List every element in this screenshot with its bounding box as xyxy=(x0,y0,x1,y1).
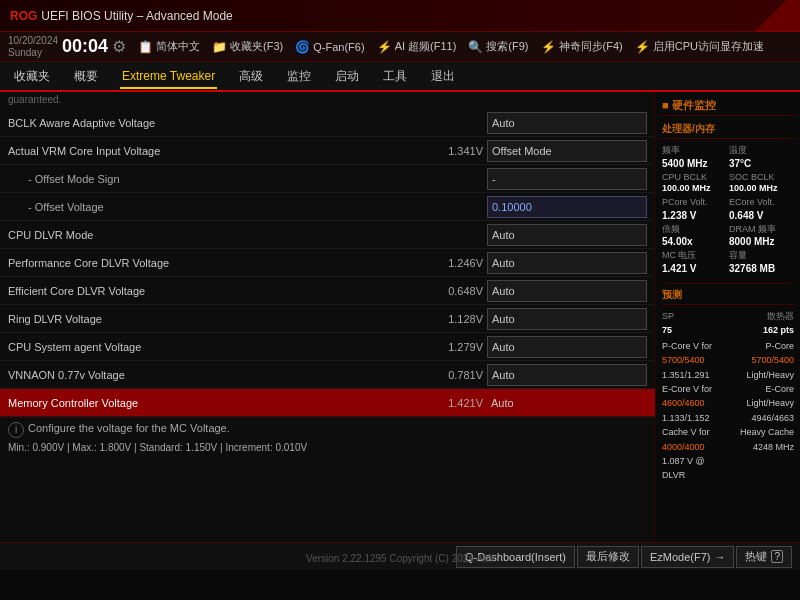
guaranteed-row: guaranteed. xyxy=(0,92,655,109)
setting-vnnaon: VNNAON 0.77v Voltage 0.781V AutoManual xyxy=(0,361,655,389)
search-icon: 🔍 xyxy=(468,40,483,54)
sidebar-dram-freq: DRAM 频率 8000 MHz xyxy=(729,224,794,249)
cpu-icon: ⚡ xyxy=(635,40,650,54)
setting-eff-dlvr: Efficient Core DLVR Voltage 0.648V AutoM… xyxy=(0,277,655,305)
ezmode-icon: → xyxy=(714,551,725,563)
setting-cpu-sysagent: CPU System agent Voltage 1.279V AutoManu… xyxy=(0,333,655,361)
setting-perf-dlvr: Performance Core DLVR Voltage 1.246V Aut… xyxy=(0,249,655,277)
sync-item[interactable]: ⚡ 神奇同步(F4) xyxy=(541,39,623,54)
setting-cpu-dlvr: CPU DLVR Mode AutoEnabledDisabled xyxy=(0,221,655,249)
info-icon: i xyxy=(8,422,24,438)
mc-voltage-display: Auto xyxy=(487,395,647,411)
favorites-item[interactable]: 📁 收藏夹(F3) xyxy=(212,39,283,54)
tab-boot[interactable]: 启动 xyxy=(333,64,361,91)
mc-voltage-value: 1.421V xyxy=(438,397,483,409)
tab-exit[interactable]: 退出 xyxy=(429,64,457,91)
sidebar-sp-row: SP 散热器 xyxy=(662,311,794,323)
sidebar-pcore-volt: PCore Volt. 1.238 V xyxy=(662,197,727,222)
sidebar-temp-label: 温度 37°C xyxy=(729,145,794,170)
eff-dlvr-dropdown[interactable]: AutoManual xyxy=(487,280,647,302)
offset-voltage-label: - Offset Voltage xyxy=(8,201,487,213)
sidebar-ecore-volt: ECore Volt. 0.648 V xyxy=(729,197,794,222)
eff-dlvr-value: 0.648V xyxy=(438,285,483,297)
cpu-item[interactable]: ⚡ 启用CPU访问显存加速 xyxy=(635,39,764,54)
sidebar-prediction-section: 预测 SP 散热器 75 162 pts P-Core V for P-Core… xyxy=(662,288,794,483)
status-bar: Version 2.22.1295 Copyright (C) 2024 AMI… xyxy=(0,542,800,570)
cpu-dlvr-dropdown[interactable]: AutoEnabledDisabled xyxy=(487,224,647,246)
right-sidebar: ■ 硬件监控 处理器/内存 频率 5400 MHz 温度 37°C CPU BC… xyxy=(655,92,800,542)
info-range: Min.: 0.900V | Max.: 1.800V | Standard: … xyxy=(8,442,647,453)
sidebar-predictions: P-Core V for P-Core 5700/5400 5700/5400 … xyxy=(662,339,794,483)
tab-favorites[interactable]: 收藏夹 xyxy=(12,64,52,91)
info-bottom: i Configure the voltage for the MC Volta… xyxy=(0,417,655,469)
ring-dlvr-dropdown[interactable]: AutoManual xyxy=(487,308,647,330)
bclk-aware-label: BCLK Aware Adaptive Voltage xyxy=(8,117,487,129)
favorites-icon: 📁 xyxy=(212,40,227,54)
ezmode-button[interactable]: EzMode(F7) → xyxy=(641,546,735,568)
content-area: guaranteed. BCLK Aware Adaptive Voltage … xyxy=(0,92,655,542)
ai-icon: ⚡ xyxy=(377,40,392,54)
cpu-sysagent-dropdown[interactable]: AutoManual xyxy=(487,336,647,358)
actual-vrm-dropdown[interactable]: AutoOffset ModeManual xyxy=(487,140,647,162)
info-bar: 10/20/2024 Sunday 00:04 ⚙ 📋 简体中文 📁 收藏夹(F… xyxy=(0,32,800,62)
perf-dlvr-label: Performance Core DLVR Voltage xyxy=(8,257,438,269)
setting-actual-vrm: Actual VRM Core Input Voltage 1.341V Aut… xyxy=(0,137,655,165)
sidebar-mc-volt: MC 电压 1.421 V xyxy=(662,250,727,275)
eff-dlvr-label: Efficient Core DLVR Voltage xyxy=(8,285,438,297)
tab-advanced[interactable]: 高级 xyxy=(237,64,265,91)
version-text: Version 2.22.1295 Copyright (C) 2024 AMI xyxy=(306,553,494,564)
sidebar-freq-label: 频率 5400 MHz xyxy=(662,145,727,170)
offset-voltage-input[interactable] xyxy=(487,196,647,218)
offset-sign-label: - Offset Mode Sign xyxy=(8,173,487,185)
main-layout: guaranteed. BCLK Aware Adaptive Voltage … xyxy=(0,92,800,542)
sidebar-capacity: 容量 32768 MB xyxy=(729,250,794,275)
bclk-aware-dropdown[interactable]: AutoEnabledDisabled xyxy=(487,112,647,134)
rog-logo-text: ROG xyxy=(10,9,37,23)
setting-mc-voltage: Memory Controller Voltage 1.421V Auto xyxy=(0,389,655,417)
ring-dlvr-value: 1.128V xyxy=(438,313,483,325)
sidebar-cpu-section: 处理器/内存 频率 5400 MHz 温度 37°C CPU BCLK 100.… xyxy=(662,122,794,275)
lastmod-button[interactable]: 最后修改 xyxy=(577,546,639,568)
perf-dlvr-value: 1.246V xyxy=(438,257,483,269)
setting-offset-sign: - Offset Mode Sign +- xyxy=(0,165,655,193)
lang-icon: 📋 xyxy=(138,40,153,54)
sidebar-socbclk-label: SOC BCLK 100.00 MHz xyxy=(729,172,794,195)
sidebar-prediction-title: 预测 xyxy=(662,288,794,305)
sidebar-cpu-title: 处理器/内存 xyxy=(662,122,794,139)
search-item[interactable]: 🔍 搜索(F9) xyxy=(468,39,528,54)
qfan-icon: 🌀 xyxy=(295,40,310,54)
vnnaon-value: 0.781V xyxy=(438,369,483,381)
nav-bar: 收藏夹 概要 Extreme Tweaker 高级 监控 启动 工具 退出 xyxy=(0,62,800,92)
info-description: Configure the voltage for the MC Voltage… xyxy=(28,422,230,434)
sidebar-hardware-title: ■ 硬件监控 xyxy=(662,98,794,116)
qfan-item[interactable]: 🌀 Q-Fan(F6) xyxy=(295,40,364,54)
hotkey-icon: ? xyxy=(771,550,783,563)
setting-bclk-aware: BCLK Aware Adaptive Voltage AutoEnabledD… xyxy=(0,109,655,137)
app-title: UEFI BIOS Utility – Advanced Mode xyxy=(41,9,232,23)
setting-ring-dlvr: Ring DLVR Voltage 1.128V AutoManual xyxy=(0,305,655,333)
sidebar-sp-val-row: 75 162 pts xyxy=(662,325,794,335)
vnnaon-dropdown[interactable]: AutoManual xyxy=(487,364,647,386)
ai-item[interactable]: ⚡ AI 超频(F11) xyxy=(377,39,457,54)
title-bar: ROG UEFI BIOS Utility – Advanced Mode xyxy=(0,0,800,32)
setting-offset-voltage: - Offset Voltage xyxy=(0,193,655,221)
tab-overview[interactable]: 概要 xyxy=(72,64,100,91)
perf-dlvr-dropdown[interactable]: AutoManual xyxy=(487,252,647,274)
date-display: 10/20/2024 Sunday xyxy=(8,35,58,59)
sync-icon: ⚡ xyxy=(541,40,556,54)
vnnaon-label: VNNAON 0.77v Voltage xyxy=(8,369,438,381)
tab-tools[interactable]: 工具 xyxy=(381,64,409,91)
time-display: 00:04 xyxy=(62,36,108,57)
lang-item[interactable]: 📋 简体中文 xyxy=(138,39,200,54)
ring-dlvr-label: Ring DLVR Voltage xyxy=(8,313,438,325)
sidebar-multiplier: 倍频 54.00x xyxy=(662,224,727,249)
offset-sign-dropdown[interactable]: +- xyxy=(487,168,647,190)
mc-voltage-label: Memory Controller Voltage xyxy=(8,397,438,409)
sidebar-divider xyxy=(662,283,794,284)
tab-extreme[interactable]: Extreme Tweaker xyxy=(120,65,217,89)
settings-icon[interactable]: ⚙ xyxy=(112,37,126,56)
cpu-sysagent-label: CPU System agent Voltage xyxy=(8,341,438,353)
tab-monitor[interactable]: 监控 xyxy=(285,64,313,91)
sidebar-cpu-grid: 频率 5400 MHz 温度 37°C CPU BCLK 100.00 MHz … xyxy=(662,145,794,275)
hotkey-button[interactable]: 热键 ? xyxy=(736,546,792,568)
